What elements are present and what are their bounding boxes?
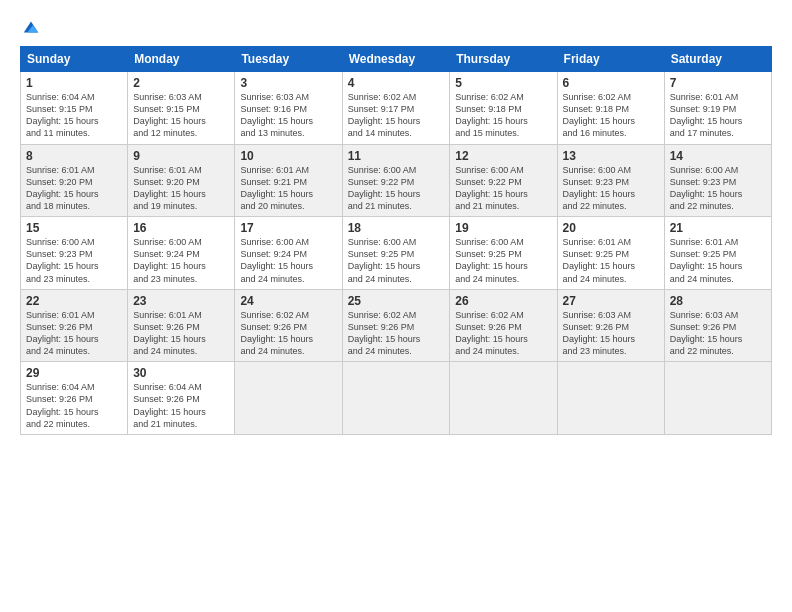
day-number: 3 <box>240 76 336 90</box>
day-info: Sunrise: 6:03 AM Sunset: 9:16 PM Dayligh… <box>240 91 336 140</box>
header <box>20 18 772 36</box>
day-number: 19 <box>455 221 551 235</box>
calendar-week-1: 8Sunrise: 6:01 AM Sunset: 9:20 PM Daylig… <box>21 144 772 217</box>
day-number: 8 <box>26 149 122 163</box>
day-number: 28 <box>670 294 766 308</box>
calendar-day: 18Sunrise: 6:00 AM Sunset: 9:25 PM Dayli… <box>342 217 450 290</box>
day-info: Sunrise: 6:02 AM Sunset: 9:17 PM Dayligh… <box>348 91 445 140</box>
calendar-day: 21Sunrise: 6:01 AM Sunset: 9:25 PM Dayli… <box>664 217 771 290</box>
calendar-day: 20Sunrise: 6:01 AM Sunset: 9:25 PM Dayli… <box>557 217 664 290</box>
calendar-header-thursday: Thursday <box>450 47 557 72</box>
calendar-day: 12Sunrise: 6:00 AM Sunset: 9:22 PM Dayli… <box>450 144 557 217</box>
calendar-day: 14Sunrise: 6:00 AM Sunset: 9:23 PM Dayli… <box>664 144 771 217</box>
calendar-day: 9Sunrise: 6:01 AM Sunset: 9:20 PM Daylig… <box>128 144 235 217</box>
day-info: Sunrise: 6:04 AM Sunset: 9:26 PM Dayligh… <box>133 381 229 430</box>
calendar-day: 1Sunrise: 6:04 AM Sunset: 9:15 PM Daylig… <box>21 72 128 145</box>
calendar-day: 16Sunrise: 6:00 AM Sunset: 9:24 PM Dayli… <box>128 217 235 290</box>
day-number: 30 <box>133 366 229 380</box>
day-number: 16 <box>133 221 229 235</box>
day-number: 21 <box>670 221 766 235</box>
day-number: 22 <box>26 294 122 308</box>
calendar-week-2: 15Sunrise: 6:00 AM Sunset: 9:23 PM Dayli… <box>21 217 772 290</box>
calendar-day: 29Sunrise: 6:04 AM Sunset: 9:26 PM Dayli… <box>21 362 128 435</box>
calendar-day: 26Sunrise: 6:02 AM Sunset: 9:26 PM Dayli… <box>450 289 557 362</box>
day-number: 23 <box>133 294 229 308</box>
day-number: 10 <box>240 149 336 163</box>
day-info: Sunrise: 6:02 AM Sunset: 9:18 PM Dayligh… <box>563 91 659 140</box>
day-info: Sunrise: 6:02 AM Sunset: 9:26 PM Dayligh… <box>348 309 445 358</box>
day-number: 24 <box>240 294 336 308</box>
calendar-day <box>664 362 771 435</box>
calendar-header-row: SundayMondayTuesdayWednesdayThursdayFrid… <box>21 47 772 72</box>
calendar-day: 11Sunrise: 6:00 AM Sunset: 9:22 PM Dayli… <box>342 144 450 217</box>
day-info: Sunrise: 6:00 AM Sunset: 9:23 PM Dayligh… <box>26 236 122 285</box>
calendar-header-monday: Monday <box>128 47 235 72</box>
day-info: Sunrise: 6:00 AM Sunset: 9:24 PM Dayligh… <box>240 236 336 285</box>
day-info: Sunrise: 6:00 AM Sunset: 9:23 PM Dayligh… <box>563 164 659 213</box>
calendar-day: 25Sunrise: 6:02 AM Sunset: 9:26 PM Dayli… <box>342 289 450 362</box>
calendar-day: 30Sunrise: 6:04 AM Sunset: 9:26 PM Dayli… <box>128 362 235 435</box>
day-number: 12 <box>455 149 551 163</box>
calendar-day: 3Sunrise: 6:03 AM Sunset: 9:16 PM Daylig… <box>235 72 342 145</box>
day-info: Sunrise: 6:00 AM Sunset: 9:22 PM Dayligh… <box>348 164 445 213</box>
day-number: 25 <box>348 294 445 308</box>
calendar-table: SundayMondayTuesdayWednesdayThursdayFrid… <box>20 46 772 435</box>
day-info: Sunrise: 6:04 AM Sunset: 9:26 PM Dayligh… <box>26 381 122 430</box>
day-info: Sunrise: 6:02 AM Sunset: 9:26 PM Dayligh… <box>455 309 551 358</box>
day-number: 18 <box>348 221 445 235</box>
calendar-day <box>450 362 557 435</box>
day-info: Sunrise: 6:00 AM Sunset: 9:25 PM Dayligh… <box>348 236 445 285</box>
day-info: Sunrise: 6:01 AM Sunset: 9:19 PM Dayligh… <box>670 91 766 140</box>
day-number: 14 <box>670 149 766 163</box>
calendar-day: 17Sunrise: 6:00 AM Sunset: 9:24 PM Dayli… <box>235 217 342 290</box>
calendar-week-0: 1Sunrise: 6:04 AM Sunset: 9:15 PM Daylig… <box>21 72 772 145</box>
calendar-day <box>342 362 450 435</box>
calendar-day: 28Sunrise: 6:03 AM Sunset: 9:26 PM Dayli… <box>664 289 771 362</box>
day-number: 7 <box>670 76 766 90</box>
day-info: Sunrise: 6:01 AM Sunset: 9:21 PM Dayligh… <box>240 164 336 213</box>
day-number: 26 <box>455 294 551 308</box>
calendar-day: 15Sunrise: 6:00 AM Sunset: 9:23 PM Dayli… <box>21 217 128 290</box>
calendar-body: 1Sunrise: 6:04 AM Sunset: 9:15 PM Daylig… <box>21 72 772 435</box>
calendar-day: 10Sunrise: 6:01 AM Sunset: 9:21 PM Dayli… <box>235 144 342 217</box>
logo <box>20 18 40 36</box>
calendar-header-friday: Friday <box>557 47 664 72</box>
calendar-day: 24Sunrise: 6:02 AM Sunset: 9:26 PM Dayli… <box>235 289 342 362</box>
day-info: Sunrise: 6:03 AM Sunset: 9:15 PM Dayligh… <box>133 91 229 140</box>
day-info: Sunrise: 6:01 AM Sunset: 9:25 PM Dayligh… <box>670 236 766 285</box>
day-info: Sunrise: 6:02 AM Sunset: 9:26 PM Dayligh… <box>240 309 336 358</box>
calendar-header-wednesday: Wednesday <box>342 47 450 72</box>
calendar-header-sunday: Sunday <box>21 47 128 72</box>
day-info: Sunrise: 6:03 AM Sunset: 9:26 PM Dayligh… <box>670 309 766 358</box>
day-number: 29 <box>26 366 122 380</box>
logo-icon <box>22 18 40 36</box>
day-number: 13 <box>563 149 659 163</box>
day-number: 6 <box>563 76 659 90</box>
day-number: 2 <box>133 76 229 90</box>
day-info: Sunrise: 6:04 AM Sunset: 9:15 PM Dayligh… <box>26 91 122 140</box>
calendar-day: 27Sunrise: 6:03 AM Sunset: 9:26 PM Dayli… <box>557 289 664 362</box>
day-info: Sunrise: 6:01 AM Sunset: 9:26 PM Dayligh… <box>26 309 122 358</box>
day-number: 9 <box>133 149 229 163</box>
day-number: 15 <box>26 221 122 235</box>
calendar-day: 22Sunrise: 6:01 AM Sunset: 9:26 PM Dayli… <box>21 289 128 362</box>
calendar-header-tuesday: Tuesday <box>235 47 342 72</box>
day-number: 20 <box>563 221 659 235</box>
calendar-week-4: 29Sunrise: 6:04 AM Sunset: 9:26 PM Dayli… <box>21 362 772 435</box>
day-info: Sunrise: 6:02 AM Sunset: 9:18 PM Dayligh… <box>455 91 551 140</box>
day-info: Sunrise: 6:01 AM Sunset: 9:25 PM Dayligh… <box>563 236 659 285</box>
day-info: Sunrise: 6:01 AM Sunset: 9:20 PM Dayligh… <box>133 164 229 213</box>
page: SundayMondayTuesdayWednesdayThursdayFrid… <box>0 0 792 612</box>
calendar-day: 8Sunrise: 6:01 AM Sunset: 9:20 PM Daylig… <box>21 144 128 217</box>
day-info: Sunrise: 6:00 AM Sunset: 9:22 PM Dayligh… <box>455 164 551 213</box>
calendar-day <box>235 362 342 435</box>
calendar-day: 23Sunrise: 6:01 AM Sunset: 9:26 PM Dayli… <box>128 289 235 362</box>
calendar-day <box>557 362 664 435</box>
calendar-header-saturday: Saturday <box>664 47 771 72</box>
day-number: 27 <box>563 294 659 308</box>
calendar-day: 2Sunrise: 6:03 AM Sunset: 9:15 PM Daylig… <box>128 72 235 145</box>
calendar-day: 4Sunrise: 6:02 AM Sunset: 9:17 PM Daylig… <box>342 72 450 145</box>
calendar-day: 7Sunrise: 6:01 AM Sunset: 9:19 PM Daylig… <box>664 72 771 145</box>
day-number: 17 <box>240 221 336 235</box>
day-info: Sunrise: 6:00 AM Sunset: 9:23 PM Dayligh… <box>670 164 766 213</box>
